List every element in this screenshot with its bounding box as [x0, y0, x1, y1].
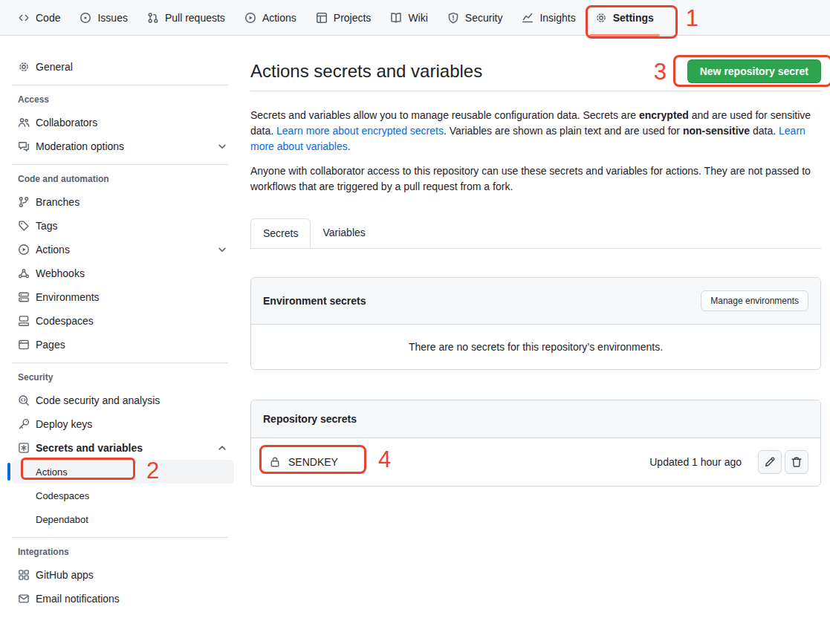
text: Secrets and variables allow you to manag…: [250, 109, 639, 121]
repository-secrets-title: Repository secrets: [263, 413, 357, 425]
sidebar-item-label: Code security and analysis: [36, 394, 160, 406]
trash-icon: [791, 456, 803, 468]
nav-tab-projects[interactable]: Projects: [310, 7, 377, 28]
manage-environments-button[interactable]: Manage environments: [701, 290, 808, 311]
sidebar-item-email-notifications[interactable]: Email notifications: [12, 587, 234, 611]
play-icon: [18, 244, 30, 256]
nav-tab-pull-requests[interactable]: Pull requests: [141, 7, 231, 28]
sidebar-divider: [12, 362, 228, 363]
sidebar-item-tags[interactable]: Tags: [12, 214, 234, 238]
browser-icon: [18, 339, 30, 351]
sidebar-item-github-apps[interactable]: GitHub apps: [12, 563, 234, 587]
bold-encrypted: encrypted: [639, 109, 689, 121]
nav-label: Insights: [539, 12, 575, 24]
sidebar-item-label: General: [36, 61, 73, 73]
secret-name-label: SENDKEY: [288, 456, 338, 468]
sidebar-section-security: Security: [12, 372, 234, 383]
nav-label: Projects: [334, 12, 372, 24]
new-repository-secret-button[interactable]: New repository secret 3: [687, 59, 821, 83]
sidebar-item-label: Dependabot: [36, 514, 88, 525]
sidebar-item-deploy-keys[interactable]: Deploy keys: [12, 412, 234, 436]
bold-non-sensitive: non-sensitive: [683, 125, 750, 137]
tag-icon: [18, 220, 30, 232]
repository-secrets-card: Repository secrets SENDKEY 4 Updated 1 h…: [250, 400, 821, 487]
sidebar-item-label: Pages: [36, 339, 65, 351]
sidebar-item-branches[interactable]: Branches: [12, 190, 234, 214]
pencil-icon: [764, 456, 776, 468]
tab-secrets[interactable]: Secrets: [250, 218, 311, 248]
nav-label: Actions: [262, 12, 296, 24]
git-pull-request-icon: [147, 12, 159, 24]
sidebar-item-general[interactable]: General: [12, 55, 234, 79]
delete-secret-button[interactable]: [785, 450, 808, 474]
nav-tab-insights[interactable]: Insights: [516, 7, 581, 28]
apps-grid-icon: [18, 569, 30, 581]
button-label: New repository secret: [700, 65, 808, 77]
sidebar-section-access: Access: [12, 94, 234, 105]
annotation-number-4: 4: [378, 447, 391, 472]
comment-discussion-icon: [18, 140, 30, 152]
sidebar-item-environments[interactable]: Environments: [12, 285, 234, 309]
sidebar-item-actions[interactable]: Actions: [12, 238, 234, 261]
chevron-down-icon: [216, 244, 228, 256]
sidebar-item-label: Actions: [36, 466, 68, 478]
sidebar-divider: [12, 85, 228, 85]
webhook-icon: [18, 267, 30, 279]
sidebar-item-collaborators[interactable]: Collaborators: [12, 111, 234, 134]
server-icon: [18, 291, 30, 303]
sidebar-item-moderation-options[interactable]: Moderation options: [12, 134, 234, 158]
codescan-icon: [18, 394, 30, 406]
sidebar-item-label: Collaborators: [36, 117, 97, 129]
git-branch-icon: [18, 196, 30, 208]
sidebar-item-secrets-and-variables[interactable]: Secrets and variables: [12, 436, 234, 460]
key-icon: [18, 418, 30, 430]
secret-row: SENDKEY 4 Updated 1 hour ago: [251, 438, 820, 486]
chevron-up-icon: [216, 442, 228, 454]
text: data.: [750, 125, 779, 137]
environment-secrets-card: Environment secrets Manage environments …: [250, 277, 821, 370]
gear-icon: [595, 12, 607, 24]
sidebar-item-label: Codespaces: [36, 490, 89, 501]
link-encrypted-secrets[interactable]: Learn more about encrypted secrets: [276, 125, 444, 137]
sidebar-item-label: Environments: [36, 291, 100, 303]
code-icon: [18, 12, 30, 24]
sidebar-item-pages[interactable]: Pages: [12, 333, 234, 357]
shield-icon: [447, 12, 459, 24]
sidebar-item-webhooks[interactable]: Webhooks: [12, 261, 234, 285]
sidebar-subitem-actions[interactable]: Actions 2: [12, 460, 234, 484]
sidebar-item-label: Email notifications: [36, 593, 120, 605]
nav-tab-security[interactable]: Security: [441, 7, 509, 28]
text: . Variables are shown as plain text and …: [444, 125, 683, 137]
people-icon: [18, 117, 30, 129]
nav-tab-code[interactable]: Code: [12, 7, 66, 28]
nav-tab-settings[interactable]: Settings 1: [589, 7, 660, 28]
nav-label: Security: [465, 12, 503, 24]
environment-secrets-header: Environment secrets Manage environments: [251, 278, 820, 325]
nav-label: Code: [36, 12, 60, 24]
sidebar-item-code-security[interactable]: Code security and analysis: [12, 388, 234, 412]
page-title: Actions secrets and variables: [250, 61, 482, 82]
nav-tab-issues[interactable]: Issues: [74, 7, 133, 28]
play-icon: [244, 12, 256, 24]
nav-label: Pull requests: [165, 12, 225, 24]
sidebar-item-label: GitHub apps: [36, 569, 94, 581]
nav-label: Wiki: [408, 12, 427, 24]
repo-nav: Code Issues Pull requests Actions Projec…: [0, 0, 830, 36]
sidebar-section-integrations: Integrations: [12, 547, 234, 557]
sidebar-item-label: Webhooks: [36, 267, 85, 279]
nav-tab-actions[interactable]: Actions: [239, 7, 302, 28]
sidebar-item-label: Branches: [36, 196, 80, 208]
sidebar-subitem-dependabot[interactable]: Dependabot: [12, 507, 234, 531]
sidebar-item-codespaces[interactable]: Codespaces: [12, 309, 234, 333]
selected-indicator-bar: [7, 463, 10, 481]
text: .: [348, 140, 351, 152]
sidebar-item-label: Deploy keys: [36, 418, 92, 430]
chevron-down-icon: [216, 140, 228, 152]
nav-label: Issues: [97, 12, 127, 24]
tab-variables[interactable]: Variables: [311, 218, 377, 248]
nav-tab-wiki[interactable]: Wiki: [384, 7, 433, 28]
codespaces-icon: [18, 315, 30, 327]
edit-secret-button[interactable]: [758, 450, 782, 474]
issue-opened-icon: [80, 12, 91, 24]
sidebar-subitem-codespaces[interactable]: Codespaces: [12, 484, 234, 507]
